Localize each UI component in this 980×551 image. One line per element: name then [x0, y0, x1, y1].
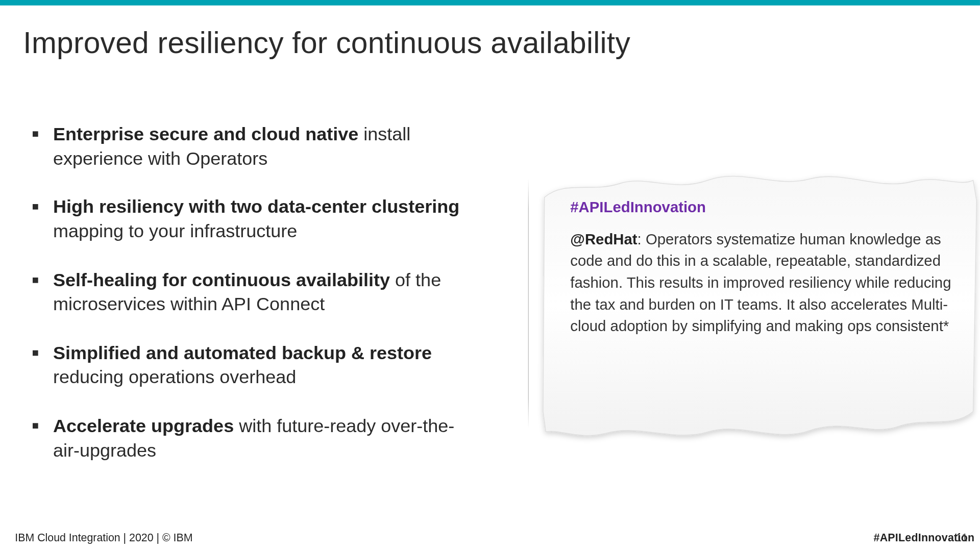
callout-text: : Operators systematize human knowledge …	[570, 231, 951, 334]
bullet-bold: Self-healing for continuous availability	[53, 270, 390, 290]
torn-paper-graphic	[537, 160, 980, 452]
callout-content: #APILedInnovation @RedHat: Operators sys…	[570, 198, 954, 337]
bullet-item: Accelerate upgrades with future-ready ov…	[33, 414, 468, 463]
bullet-item: High resiliency with two data-center clu…	[33, 195, 468, 244]
bullet-rest: mapping to your infrastructure	[53, 221, 297, 241]
footer-left: IBM Cloud Integration | 2020 | © IBM	[15, 532, 192, 544]
bullet-item: Enterprise secure and cloud native insta…	[33, 122, 468, 171]
callout-hashtag: #APILedInnovation	[570, 198, 954, 216]
bullet-item: Self-healing for continuous availability…	[33, 268, 468, 317]
top-accent-bar	[0, 0, 980, 6]
slide: Improved resiliency for continuous avail…	[0, 0, 980, 551]
bullet-bold: Accelerate upgrades	[53, 416, 234, 436]
bullet-item: Simplified and automated backup & restor…	[33, 341, 468, 390]
bullet-bold: High resiliency with two data-center clu…	[53, 197, 459, 217]
callout-handle: @RedHat	[570, 231, 637, 247]
vertical-divider	[528, 178, 529, 429]
bullet-bold: Enterprise secure and cloud native	[53, 124, 358, 144]
bullet-bold: Simplified and automated backup & restor…	[53, 343, 432, 363]
footer-hashtag: #APILedInnovation	[874, 532, 975, 544]
bullet-list: Enterprise secure and cloud native insta…	[33, 122, 468, 487]
bullet-rest: reducing operations overhead	[53, 367, 296, 387]
callout-quote: @RedHat: Operators systematize human kno…	[570, 229, 954, 337]
slide-title: Improved resiliency for continuous avail…	[23, 26, 630, 60]
